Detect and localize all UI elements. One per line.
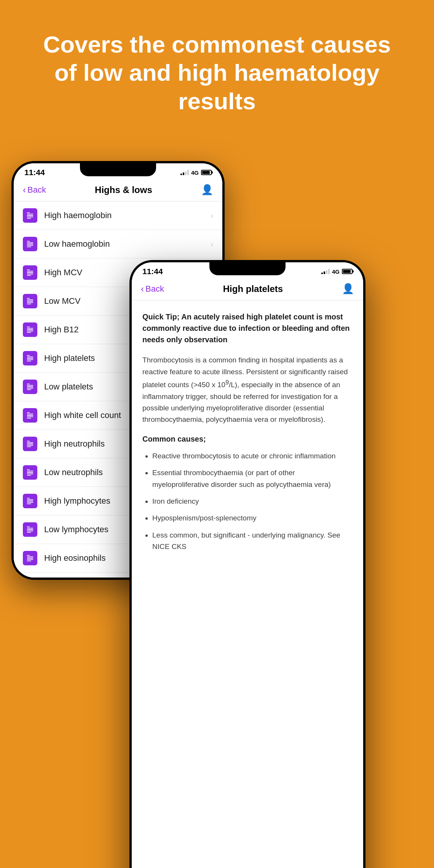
causes-list: Reactive thrombocytosis to acute or chro… (142, 450, 353, 553)
battery-icon-back (201, 170, 212, 175)
svg-rect-23 (27, 331, 34, 332)
svg-rect-20 (27, 327, 30, 327)
signal-icon-back (180, 170, 189, 175)
svg-rect-16 (27, 300, 34, 300)
svg-rect-47 (27, 472, 34, 473)
list-item[interactable]: High haemoglobin › (14, 201, 222, 230)
svg-rect-9 (27, 247, 31, 247)
list-item-label: High haemoglobin (44, 211, 211, 220)
svg-rect-12 (27, 272, 34, 273)
svg-rect-24 (27, 332, 31, 333)
svg-rect-17 (27, 301, 34, 302)
svg-rect-8 (27, 245, 34, 246)
svg-rect-59 (27, 532, 31, 533)
time-back: 11:44 (24, 168, 45, 177)
svg-rect-55 (27, 527, 30, 527)
status-icons-front: 4G (321, 268, 353, 275)
common-causes-heading: Common causes; (142, 435, 353, 444)
svg-rect-60 (27, 555, 30, 556)
svg-rect-18 (27, 302, 34, 303)
svg-rect-15 (27, 298, 30, 299)
list-item-icon (23, 237, 37, 251)
list-item-icon (23, 551, 37, 565)
header-title: Covers the commonest causes of low and h… (0, 0, 434, 138)
list-item-icon (23, 351, 37, 365)
back-label-front: Back (145, 284, 164, 294)
list-item[interactable]: Low haemoglobin › (14, 230, 222, 258)
svg-rect-62 (27, 558, 34, 558)
svg-rect-41 (27, 442, 34, 443)
list-item-icon (23, 465, 37, 480)
svg-rect-19 (27, 304, 31, 305)
list-item-icon (23, 380, 37, 394)
svg-rect-44 (27, 447, 31, 447)
list-item-label: Low haemoglobin (44, 239, 211, 249)
svg-rect-64 (27, 561, 31, 562)
svg-rect-27 (27, 358, 34, 359)
cause-item: Less common, but significant - underlyin… (152, 530, 353, 553)
chevron-right-icon: › (211, 211, 213, 220)
list-item-icon (23, 322, 37, 337)
cause-item: Essential thrombocythaemia (or part of o… (152, 467, 353, 490)
nav-title-front: High platelets (223, 284, 283, 294)
svg-rect-52 (27, 501, 34, 501)
phone-front-inner: 11:44 4G ‹ Back High platelets 👤 (132, 262, 363, 868)
svg-rect-57 (27, 529, 34, 530)
svg-rect-30 (27, 384, 30, 385)
list-item-icon (23, 494, 37, 508)
cause-item: Iron deficiency (152, 496, 353, 507)
svg-rect-56 (27, 528, 34, 529)
chevron-left-icon-back: ‹ (23, 185, 26, 195)
svg-rect-36 (27, 414, 34, 415)
back-button-front[interactable]: ‹ Back (141, 284, 164, 294)
nav-bar-front: ‹ Back High platelets 👤 (132, 278, 363, 300)
user-icon-front[interactable]: 👤 (342, 283, 354, 295)
status-icons-back: 4G (180, 169, 212, 176)
detail-body: Thrombocytosis is a common finding in ho… (142, 354, 353, 426)
svg-rect-53 (27, 502, 34, 503)
svg-rect-0 (27, 212, 30, 213)
phone-front: 11:44 4G ‹ Back High platelets 👤 (129, 260, 365, 868)
time-front: 11:44 (142, 267, 163, 276)
cause-item: Hyposplenism/post-splenectomy (152, 512, 353, 524)
list-item-icon (23, 408, 37, 423)
back-label-back: Back (27, 185, 46, 195)
back-button-back[interactable]: ‹ Back (23, 185, 46, 195)
svg-rect-34 (27, 389, 31, 390)
4g-front: 4G (332, 268, 340, 275)
svg-rect-3 (27, 217, 34, 217)
svg-rect-14 (27, 275, 31, 276)
svg-rect-11 (27, 271, 34, 272)
cause-item: Reactive thrombocytosis to acute or chro… (152, 450, 353, 462)
svg-rect-49 (27, 475, 31, 476)
chevron-right-icon: › (211, 240, 213, 249)
svg-rect-50 (27, 498, 30, 499)
svg-rect-1 (27, 214, 34, 215)
svg-rect-29 (27, 361, 31, 362)
svg-rect-28 (27, 359, 34, 360)
svg-rect-38 (27, 416, 34, 417)
signal-icon-front (321, 269, 330, 274)
svg-rect-42 (27, 444, 34, 444)
svg-rect-31 (27, 385, 34, 386)
svg-rect-61 (27, 557, 34, 557)
svg-rect-37 (27, 415, 34, 416)
svg-rect-22 (27, 329, 34, 330)
svg-rect-39 (27, 418, 31, 419)
list-item-icon (23, 294, 37, 308)
user-icon-back[interactable]: 👤 (201, 184, 213, 196)
4g-back: 4G (191, 169, 199, 176)
svg-rect-33 (27, 388, 34, 389)
phones-container: 11:44 4G ‹ Back Highs & lows 👤 (0, 146, 434, 868)
svg-rect-35 (27, 412, 30, 413)
svg-rect-4 (27, 218, 31, 219)
svg-rect-26 (27, 357, 34, 357)
svg-rect-6 (27, 243, 34, 243)
svg-rect-54 (27, 504, 31, 504)
nav-bar-back: ‹ Back Highs & lows 👤 (14, 179, 222, 201)
svg-rect-46 (27, 471, 34, 472)
svg-rect-10 (27, 270, 30, 270)
svg-rect-63 (27, 559, 34, 560)
svg-rect-25 (27, 355, 30, 356)
list-item-icon (23, 265, 37, 280)
